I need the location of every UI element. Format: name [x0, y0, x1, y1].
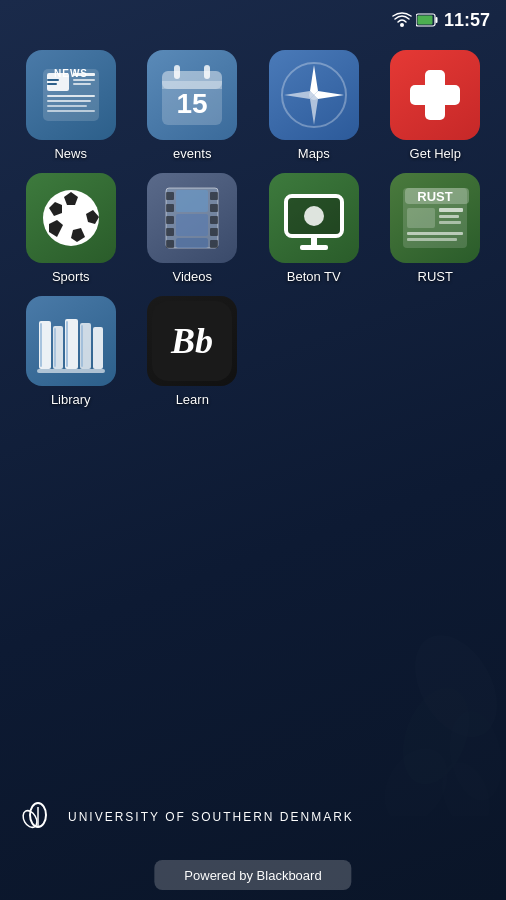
- svg-rect-57: [311, 236, 317, 246]
- svg-rect-49: [210, 228, 218, 236]
- svg-rect-46: [210, 192, 218, 200]
- svg-rect-51: [176, 190, 208, 212]
- time-display: 11:57: [444, 10, 490, 31]
- battery-icon: [416, 13, 438, 27]
- svg-rect-7: [47, 83, 57, 85]
- svg-rect-10: [73, 83, 91, 85]
- university-footer: UNIVERSITY OF SOUTHERN DENMARK: [0, 789, 506, 845]
- app-beton[interactable]: Beton TV: [259, 173, 369, 284]
- svg-rect-13: [47, 105, 87, 107]
- status-icons: [392, 12, 438, 28]
- svg-text:Bb: Bb: [170, 321, 213, 361]
- svg-rect-66: [407, 232, 463, 235]
- library-icon: [26, 296, 116, 386]
- svg-rect-63: [439, 208, 463, 212]
- svg-text:NEWS: NEWS: [54, 68, 88, 79]
- svg-rect-33: [410, 85, 460, 105]
- svg-rect-67: [407, 238, 457, 241]
- svg-rect-2: [435, 17, 437, 23]
- svg-rect-52: [176, 214, 208, 236]
- svg-rect-9: [73, 79, 95, 81]
- usd-logo: [20, 799, 56, 835]
- rust-icon: RUST: [390, 173, 480, 263]
- svg-rect-42: [166, 204, 174, 212]
- status-bar: 11:57: [0, 0, 506, 40]
- powered-by-text: Powered by Blackboard: [184, 868, 321, 883]
- app-grid: NEWS News 15 events: [0, 40, 506, 417]
- beton-label: Beton TV: [287, 269, 341, 284]
- videos-label: Videos: [172, 269, 212, 284]
- library-label: Library: [51, 392, 91, 407]
- beton-icon: [269, 173, 359, 263]
- maps-label: Maps: [298, 146, 330, 161]
- news-label: News: [54, 146, 87, 161]
- svg-point-0: [400, 23, 404, 27]
- news-icon: NEWS: [26, 50, 116, 140]
- university-name: UNIVERSITY OF SOUTHERN DENMARK: [68, 810, 354, 824]
- sports-icon: [26, 173, 116, 263]
- events-label: events: [173, 146, 211, 161]
- svg-rect-6: [47, 79, 59, 81]
- help-label: Get Help: [410, 146, 461, 161]
- svg-rect-62: [407, 208, 435, 228]
- svg-rect-76: [93, 327, 103, 369]
- sports-label: Sports: [52, 269, 90, 284]
- app-help[interactable]: Get Help: [381, 50, 491, 161]
- svg-rect-65: [439, 221, 461, 224]
- leaf-decoration: [346, 596, 506, 820]
- svg-rect-3: [417, 16, 432, 25]
- rust-label: RUST: [418, 269, 453, 284]
- maps-icon: [269, 50, 359, 140]
- app-videos[interactable]: Videos: [138, 173, 248, 284]
- svg-text:RUST: RUST: [418, 189, 453, 204]
- app-events[interactable]: 15 events: [138, 50, 248, 161]
- svg-rect-48: [210, 216, 218, 224]
- svg-text:15: 15: [177, 88, 208, 119]
- svg-point-56: [304, 206, 324, 226]
- svg-point-30: [309, 90, 319, 100]
- svg-rect-69: [40, 323, 42, 367]
- svg-rect-45: [166, 240, 174, 248]
- svg-rect-77: [37, 369, 105, 373]
- svg-rect-43: [166, 216, 174, 224]
- svg-rect-41: [166, 192, 174, 200]
- app-news[interactable]: NEWS News: [16, 50, 126, 161]
- videos-icon: [147, 173, 237, 263]
- svg-rect-14: [47, 110, 95, 112]
- app-learn[interactable]: Bb Learn: [138, 296, 248, 407]
- svg-rect-53: [176, 238, 208, 248]
- svg-rect-11: [47, 95, 95, 97]
- events-icon: 15: [147, 50, 237, 140]
- svg-rect-75: [81, 325, 83, 367]
- svg-rect-73: [66, 321, 68, 367]
- app-library[interactable]: Library: [16, 296, 126, 407]
- svg-rect-12: [47, 100, 91, 102]
- svg-rect-47: [210, 204, 218, 212]
- wifi-icon: [392, 12, 412, 28]
- svg-rect-50: [210, 240, 218, 248]
- app-sports[interactable]: Sports: [16, 173, 126, 284]
- help-icon: [390, 50, 480, 140]
- svg-rect-64: [439, 215, 459, 218]
- app-rust[interactable]: RUST RUST: [381, 173, 491, 284]
- svg-rect-71: [54, 328, 56, 367]
- app-maps[interactable]: Maps: [259, 50, 369, 161]
- learn-label: Learn: [176, 392, 209, 407]
- svg-rect-44: [166, 228, 174, 236]
- powered-by-container: Powered by Blackboard: [154, 860, 351, 890]
- learn-icon: Bb: [147, 296, 237, 386]
- svg-rect-58: [300, 245, 328, 250]
